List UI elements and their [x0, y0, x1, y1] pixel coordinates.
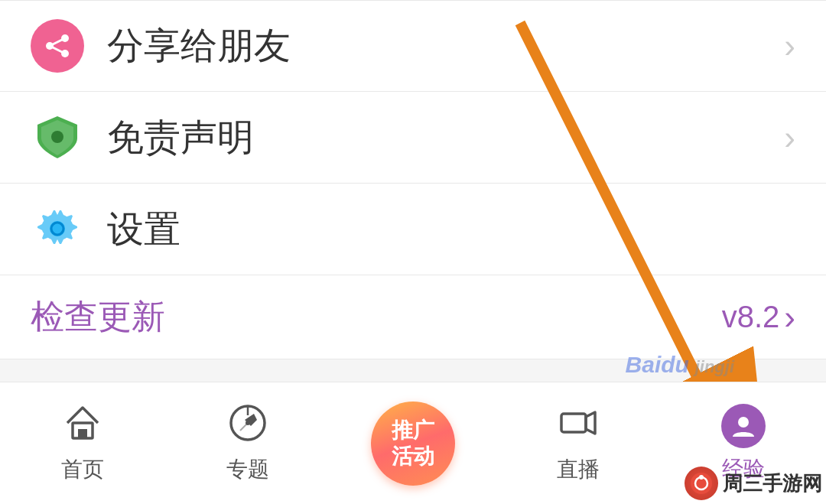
svg-line-3 — [50, 38, 65, 46]
home-icon — [63, 403, 102, 449]
nav-item-profile[interactable]: 经验 — [661, 382, 826, 504]
video-icon — [558, 403, 598, 449]
promote-label1: 推广 — [392, 418, 434, 444]
disclaimer-label: 免责声明 — [107, 113, 254, 162]
shield-icon — [31, 111, 84, 164]
update-chevron: › — [784, 298, 795, 337]
menu-list: 分享给朋友 › 免责声明 › — [0, 0, 826, 359]
share-label: 分享给朋友 — [107, 21, 291, 70]
nav-item-topics[interactable]: 专题 — [165, 382, 330, 504]
share-icon — [31, 19, 84, 73]
menu-item-share[interactable]: 分享给朋友 › — [0, 0, 826, 92]
share-chevron: › — [784, 27, 795, 65]
menu-item-settings[interactable]: 设置 — [0, 184, 826, 275]
menu-item-update[interactable]: 检查更新 v8.2 › — [0, 275, 826, 359]
profile-label: 经验 — [722, 454, 765, 483]
svg-point-5 — [51, 131, 63, 143]
app-container: 分享给朋友 › 免责声明 › — [0, 0, 826, 504]
update-label: 检查更新 — [31, 294, 165, 340]
gear-icon — [31, 203, 84, 256]
svg-rect-10 — [78, 429, 87, 438]
compass-icon — [228, 403, 268, 449]
promote-label2: 活动 — [392, 444, 434, 470]
settings-label: 设置 — [107, 205, 180, 254]
topics-label: 专题 — [226, 455, 269, 484]
promote-button[interactable]: 推广 活动 — [371, 402, 455, 486]
nav-item-live[interactable]: 直播 — [496, 382, 661, 504]
nav-item-home[interactable]: 首页 — [0, 382, 165, 504]
profile-icon — [721, 404, 766, 448]
svg-point-17 — [738, 417, 749, 428]
nav-item-promote[interactable]: 推广 活动 — [330, 402, 496, 486]
bottom-nav: 首页 专题 推广 活动 — [0, 382, 826, 504]
disclaimer-chevron: › — [784, 119, 795, 157]
svg-marker-16 — [586, 412, 595, 434]
menu-item-disclaimer[interactable]: 免责声明 › — [0, 92, 826, 184]
svg-line-4 — [50, 46, 65, 54]
svg-rect-15 — [561, 414, 586, 432]
home-label: 首页 — [61, 455, 104, 484]
update-version-group: v8.2 › — [722, 298, 795, 337]
live-label: 直播 — [557, 455, 600, 484]
update-version-text: v8.2 — [722, 300, 780, 334]
